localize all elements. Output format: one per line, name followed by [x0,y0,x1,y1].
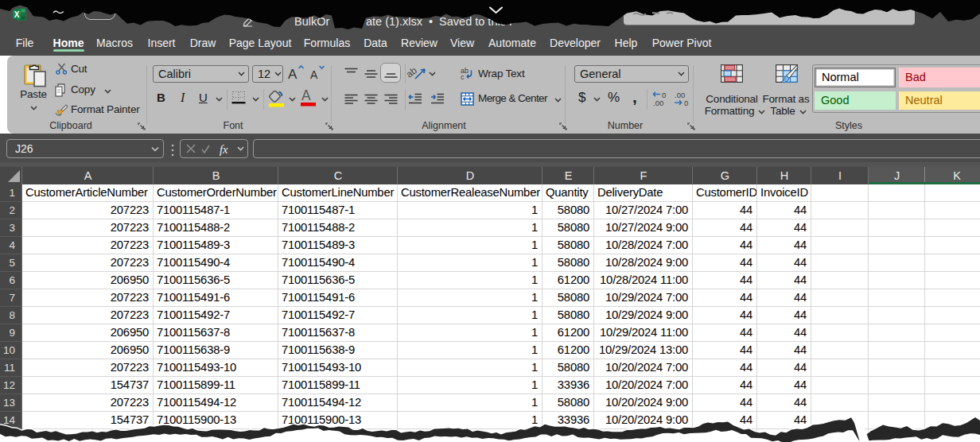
svg-text:fx: fx [220,143,228,156]
svg-text:A: A [301,87,311,103]
svg-text:A: A [288,67,298,82]
svg-text:.00: .00 [653,99,663,107]
svg-text:0: 0 [684,99,688,107]
svg-text:A: A [310,68,318,81]
svg-text:c: c [461,73,465,81]
svg-text:X: X [14,10,20,19]
